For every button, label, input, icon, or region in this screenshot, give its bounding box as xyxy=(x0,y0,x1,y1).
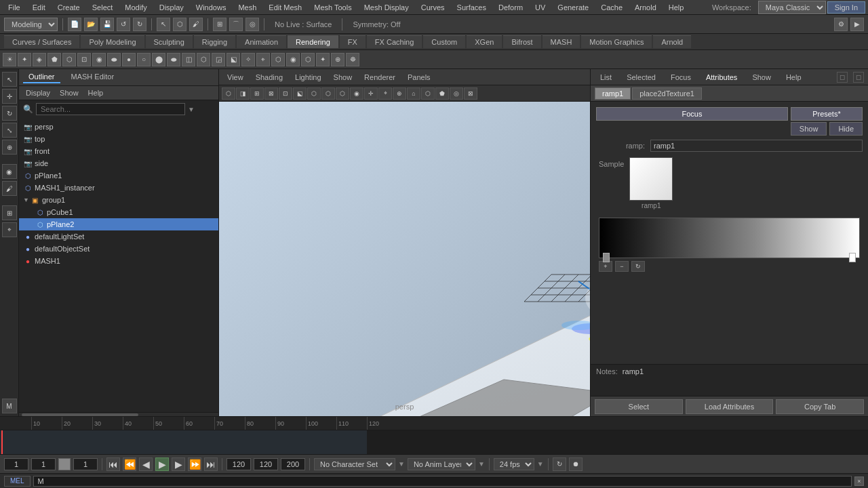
attr-node-tab-ramp1[interactable]: ramp1 xyxy=(595,87,631,100)
menu-display[interactable]: Display xyxy=(154,2,189,13)
viewport-menu-lighting[interactable]: Lighting xyxy=(291,72,326,83)
copy-tab-button[interactable]: Copy Tab xyxy=(776,399,864,414)
menu-uv[interactable]: UV xyxy=(530,2,551,13)
fps-dropdown[interactable]: ▼ xyxy=(537,460,544,468)
sign-in-button[interactable]: Sign In xyxy=(827,1,865,14)
snap-curve-icon[interactable]: ⌒ xyxy=(229,18,243,31)
playback-end-input[interactable] xyxy=(254,458,278,470)
shelf-icon-19[interactable]: ⬡ xyxy=(271,53,285,66)
frame-number-input[interactable] xyxy=(73,458,98,470)
scale-icon[interactable]: ⤡ xyxy=(2,123,17,138)
shelf-tab-fx[interactable]: FX xyxy=(340,35,366,48)
frame-current-input[interactable] xyxy=(31,458,56,470)
shelf-icon-20[interactable]: ◉ xyxy=(286,53,300,66)
shelf-tab-poly[interactable]: Poly Modeling xyxy=(81,35,144,48)
attr-tab-list[interactable]: List xyxy=(595,72,617,83)
shelf-icon-22[interactable]: ✦ xyxy=(316,53,330,66)
ramp-name-input[interactable] xyxy=(650,140,863,152)
redo-icon[interactable]: ↻ xyxy=(133,18,146,31)
viewport-menu-view[interactable]: View xyxy=(223,72,248,83)
playback-start-input[interactable] xyxy=(226,458,251,470)
shelf-icon-7[interactable]: ◉ xyxy=(92,53,106,66)
soft-select-icon[interactable]: ◉ xyxy=(2,164,17,179)
menu-edit-mesh[interactable]: Edit Mesh xyxy=(263,2,307,13)
shelf-icon-6[interactable]: ⊡ xyxy=(77,53,91,66)
shelf-icon-8[interactable]: ⬬ xyxy=(107,53,121,66)
vp-tool-7[interactable]: ⬡ xyxy=(307,87,321,100)
vp-tool-2[interactable]: ◨ xyxy=(236,87,250,100)
shelf-icon-disk[interactable]: ⬤ xyxy=(152,53,165,66)
load-attributes-button[interactable]: Load Attributes xyxy=(686,399,774,414)
vp-tool-16[interactable]: ⬟ xyxy=(435,87,449,100)
ramp-handle-right[interactable] xyxy=(849,253,856,262)
vp-tool-14[interactable]: ⌂ xyxy=(407,87,420,100)
menu-windows[interactable]: Windows xyxy=(191,2,232,13)
viewport-menu-shading[interactable]: Shading xyxy=(252,72,287,83)
shelf-icon-circle[interactable]: ○ xyxy=(137,53,151,66)
tree-item-side[interactable]: 📷 side xyxy=(19,157,218,169)
step-forward-btn[interactable]: ⏩ xyxy=(188,458,201,471)
range-end-input[interactable] xyxy=(281,458,305,470)
menu-edit[interactable]: Edit xyxy=(27,2,51,13)
render-view-icon[interactable]: M xyxy=(2,399,17,413)
char-set-select[interactable]: No Character Set xyxy=(314,458,395,470)
vp-tool-1[interactable]: ⬡ xyxy=(222,87,235,100)
shelf-icon-sphere[interactable]: ● xyxy=(122,53,136,66)
menu-mesh-tools[interactable]: Mesh Tools xyxy=(309,2,357,13)
menu-mesh-display[interactable]: Mesh Display xyxy=(359,2,414,13)
select-button[interactable]: Select xyxy=(595,399,683,414)
attr-pin-btn[interactable]: ◻ xyxy=(853,72,864,83)
cmd-input[interactable] xyxy=(33,476,852,487)
ramp-handle-left[interactable] xyxy=(603,253,610,262)
outliner-show-menu[interactable]: Show xyxy=(57,87,81,98)
outliner-tab[interactable]: Outliner xyxy=(23,71,60,83)
shelf-icon-16[interactable]: ⬕ xyxy=(226,53,240,66)
menu-deform[interactable]: Deform xyxy=(493,2,528,13)
mash-editor-tab[interactable]: MASH Editor xyxy=(66,71,120,83)
ramp-refresh-btn[interactable]: ↻ xyxy=(631,261,645,272)
attr-tab-focus[interactable]: Focus xyxy=(665,72,696,83)
snap-point-icon[interactable]: ◎ xyxy=(245,18,259,31)
menu-generate[interactable]: Generate xyxy=(552,2,594,13)
hide-button[interactable]: Hide xyxy=(829,122,863,136)
viewport-menu-renderer[interactable]: Renderer xyxy=(360,72,399,83)
menu-surfaces[interactable]: Surfaces xyxy=(452,2,492,13)
ramp-gradient[interactable] xyxy=(599,218,860,258)
ramp-remove-btn[interactable]: − xyxy=(615,261,629,272)
timeline-content[interactable] xyxy=(0,430,868,454)
menu-cache[interactable]: Cache xyxy=(595,2,628,13)
shelf-tab-sculpting[interactable]: Sculpting xyxy=(146,35,193,48)
shelf-tab-xgen[interactable]: XGen xyxy=(467,35,502,48)
grid-icon[interactable]: ⊞ xyxy=(2,205,17,220)
shelf-tab-curves[interactable]: Curves / Surfaces xyxy=(4,35,79,48)
vp-tool-8[interactable]: ⬡ xyxy=(321,87,335,100)
undo-icon[interactable]: ↺ xyxy=(117,18,130,31)
go-to-end-btn[interactable]: ⏭ xyxy=(204,458,218,471)
focus-button[interactable]: Focus xyxy=(596,107,788,121)
save-icon[interactable]: 💾 xyxy=(100,18,114,31)
mode-select[interactable]: Modeling xyxy=(4,18,58,31)
fps-select[interactable]: 24 fps xyxy=(494,458,534,470)
select-mode-icon[interactable]: ↖ xyxy=(2,72,17,87)
tree-item-persp[interactable]: 📷 persp xyxy=(19,121,218,133)
attr-tab-attributes[interactable]: Attributes xyxy=(701,72,743,83)
attr-collapse-btn[interactable]: ◻ xyxy=(837,72,848,83)
attr-tab-show[interactable]: Show xyxy=(747,72,776,83)
shelf-icon-pill[interactable]: ⬬ xyxy=(167,53,180,66)
vp-tool-17[interactable]: ◎ xyxy=(450,87,463,100)
vp-tool-18[interactable]: ⊠ xyxy=(464,87,477,100)
vp-tool-11[interactable]: ✛ xyxy=(364,87,378,100)
paint-icon[interactable]: 🖌 xyxy=(2,181,17,196)
render-icon[interactable]: ▶ xyxy=(850,18,864,31)
shelf-icon-24[interactable]: ☸ xyxy=(346,53,359,66)
outliner-help-menu[interactable]: Help xyxy=(85,87,106,98)
shelf-tab-motiongraphics[interactable]: Motion Graphics xyxy=(581,35,652,48)
shelf-icon-15[interactable]: ◲ xyxy=(212,53,225,66)
cmd-close-btn[interactable]: × xyxy=(854,476,864,486)
shelf-icon-3[interactable]: ◈ xyxy=(33,53,46,66)
search-input[interactable] xyxy=(36,103,185,115)
tree-item-lightset[interactable]: ● defaultLightSet xyxy=(19,230,218,243)
presets-button[interactable]: Presets* xyxy=(791,107,863,121)
menu-select[interactable]: Select xyxy=(87,2,119,13)
vp-tool-5[interactable]: ⊡ xyxy=(279,87,292,100)
